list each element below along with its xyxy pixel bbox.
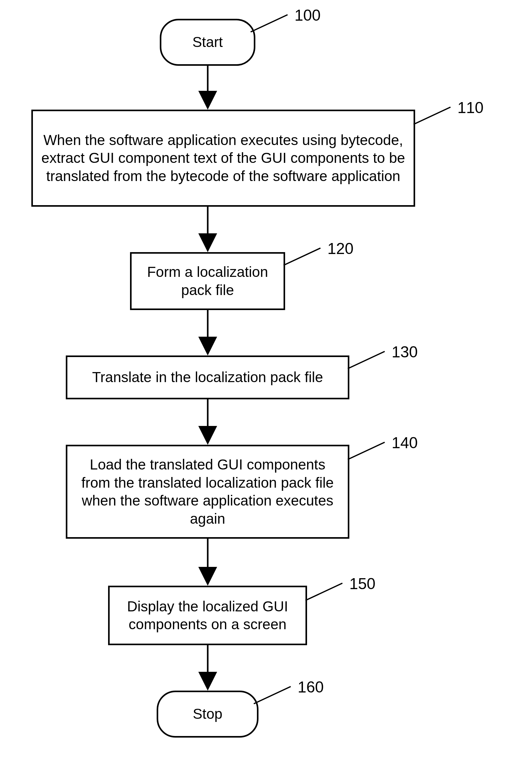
- step-start: Start: [160, 19, 255, 66]
- label-100: 100: [295, 6, 321, 24]
- leader-140: [347, 441, 385, 460]
- leader-130: [347, 351, 385, 369]
- step-start-text: Start: [192, 33, 223, 51]
- leader-100: [250, 14, 288, 33]
- flowchart-canvas: Start 100 When the software application …: [0, 0, 532, 757]
- step-120-text: Form a localization pack file: [138, 263, 277, 299]
- step-140: Load the translated GUI components from …: [66, 445, 349, 539]
- step-130: Translate in the localization pack file: [66, 355, 349, 399]
- step-stop-text: Stop: [193, 705, 222, 723]
- step-150-text: Display the localized GUI components on …: [116, 597, 299, 634]
- step-150: Display the localized GUI components on …: [108, 586, 307, 645]
- leader-160: [254, 686, 291, 704]
- leader-150: [305, 583, 343, 601]
- step-120: Form a localization pack file: [130, 252, 285, 310]
- label-120: 120: [328, 240, 354, 258]
- label-110: 110: [457, 99, 484, 117]
- step-140-text: Load the translated GUI components from …: [74, 456, 341, 528]
- step-110: When the software application executes u…: [31, 109, 415, 207]
- step-stop: Stop: [157, 691, 259, 738]
- label-140: 140: [391, 434, 418, 452]
- label-130: 130: [391, 343, 418, 361]
- step-110-text: When the software application executes u…: [39, 131, 407, 185]
- step-130-text: Translate in the localization pack file: [92, 368, 323, 386]
- leader-110: [413, 106, 451, 125]
- label-160: 160: [297, 678, 324, 696]
- label-150: 150: [349, 575, 375, 593]
- leader-120: [283, 247, 321, 266]
